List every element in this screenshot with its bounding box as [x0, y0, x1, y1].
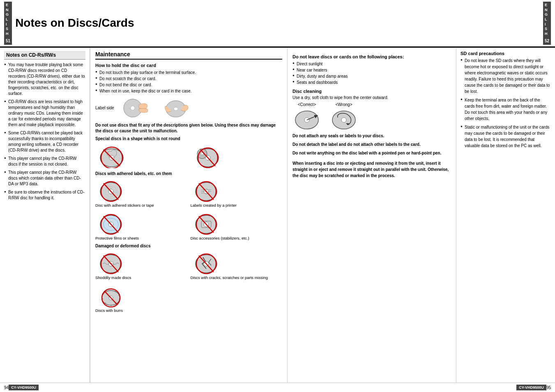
- list-item: This player cannot play the CD-R/RW disc…: [4, 170, 85, 187]
- disc-item-films: Protective films or sheets: [95, 211, 187, 241]
- svg-point-52: [341, 118, 346, 122]
- accessories-disc-icon: [191, 211, 223, 235]
- left-col-heading: Notes on CD-Rs/RWs: [4, 51, 85, 60]
- list-item: Be sure to observe the instructions of C…: [4, 189, 85, 201]
- cracks-disc-icon: [191, 251, 223, 274]
- special-discs-title: Special discs in a shape which is not ro…: [95, 136, 282, 141]
- no-detach-text: Do not detach the label and do not attac…: [292, 141, 451, 148]
- do-not-leave-list: Direct sunlight Near car heaters Dirty, …: [292, 61, 451, 85]
- list-item: Static or malfunctioning of the unit or …: [461, 124, 551, 149]
- disc-cleaning-text: Use a dry, soft cloth to wipe from the c…: [292, 95, 451, 100]
- no-write-text: Do not write anything on the disc label …: [292, 150, 451, 156]
- list-item: Near car heaters: [292, 67, 451, 73]
- list-item: Direct sunlight: [292, 61, 451, 67]
- page-wrapper: E N G L I S H 51 Notes on Discs/Cards E …: [0, 0, 555, 392]
- disc-cleaning-title: Disc cleaning: [292, 89, 451, 94]
- adhered-labels-title: Discs with adhered labels, etc. on them: [95, 171, 282, 176]
- printer-label-disc-icon: [191, 178, 223, 202]
- list-item: Keep the terminal area on the back of th…: [461, 97, 551, 122]
- disc-item-cracks: Discs with cracks, scratches or parts mi…: [191, 251, 283, 280]
- page-title: Notes on Discs/Cards: [15, 16, 540, 30]
- disc-item-stickers: Disc with adhered stickers or tape: [95, 178, 187, 208]
- burrs-disc-label: Discs with burrs: [95, 308, 123, 313]
- disc-item-accessories: Disc accessories (stabilizers, etc.): [191, 211, 283, 241]
- films-disc-label: Protective films or sheets: [95, 236, 139, 241]
- list-item: Seats and dashboards: [292, 79, 451, 85]
- shoddy-disc-label: Shoddily made discs: [95, 275, 131, 280]
- col-far-right: SD card precautions Do not leave the SD …: [456, 48, 555, 383]
- printer-label-disc-label: Labels created by a printer: [191, 203, 237, 208]
- col-middle: Maintenance How to hold the disc or card…: [90, 48, 288, 383]
- left-col-list: You may have trouble playing back some C…: [4, 62, 85, 201]
- list-item: Do not leave the SD cards where they wil…: [461, 58, 551, 95]
- correct-wrong-area: <Correct> <Wrong>: [292, 102, 451, 130]
- warning-text: Do not use discs that fit any of the des…: [95, 122, 282, 134]
- list-item: Do not scratch the disc or card.: [95, 76, 282, 82]
- disc-item-shoddy: Shoddily made discs: [95, 251, 187, 280]
- footer: 94 CY-VHD9500U CY-VHD9500U 95: [0, 383, 555, 392]
- disc-item-small-round: [191, 143, 283, 168]
- correct-disc-icon: [292, 108, 321, 130]
- damaged-title: Damaged or deformed discs: [95, 244, 282, 248]
- small-round-disc-icon: [191, 143, 223, 168]
- sd-bullet-list: Do not leave the SD cards where they wil…: [461, 58, 551, 149]
- correct-label: <Correct>: [298, 102, 316, 107]
- maintenance-heading: Maintenance: [95, 51, 282, 60]
- stickers-disc-label: Disc with adhered stickers or tape: [95, 203, 154, 208]
- svg-point-1: [131, 106, 135, 110]
- heart-disc-icon: [95, 143, 128, 168]
- shoddy-disc-icon: [95, 251, 128, 274]
- hand-illustration-2: [159, 97, 196, 119]
- how-to-hold-title: How to hold the disc or card: [95, 63, 282, 68]
- list-item: Do not bend the disc or card.: [95, 82, 282, 88]
- label-side-text: Label side: [95, 106, 114, 110]
- disc-item-printer-label: Labels created by a printer: [191, 178, 283, 208]
- films-disc-icon: [95, 211, 128, 235]
- list-item: When not in use, keep the disc or card i…: [95, 88, 282, 94]
- list-item: CD-R/RW discs are less resistant to high…: [4, 99, 85, 128]
- stickers-disc-icon: [95, 178, 128, 202]
- lang-tab-left: E N G L I S H 51: [4, 2, 12, 45]
- footer-model-left: CY-VHD9500U: [9, 385, 39, 390]
- list-item: Dirty, dusty and damp areas: [292, 73, 451, 79]
- wrong-item: <Wrong>: [329, 102, 358, 130]
- special-discs-grid: [95, 143, 282, 168]
- accessories-disc-label: Disc accessories (stabilizers, etc.): [191, 236, 249, 241]
- lang-tab-right: E N G L I S H 52: [543, 2, 551, 45]
- cracks-disc-label: Discs with cracks, scratches or parts mi…: [191, 275, 268, 280]
- wrong-label: <Wrong>: [336, 102, 352, 107]
- page-num-left: 94: [4, 385, 9, 390]
- wrong-disc-icon: [329, 108, 358, 130]
- correct-item: <Correct>: [292, 102, 321, 130]
- col-left: Notes on CD-Rs/RWs You may have trouble …: [0, 48, 90, 383]
- disc-item-burrs: Discs with burrs: [95, 284, 187, 313]
- main-content: Notes on CD-Rs/RWs You may have trouble …: [0, 48, 555, 383]
- svg-point-3: [174, 107, 178, 111]
- col-right: Do not leave discs or cards on the follo…: [288, 48, 456, 383]
- no-seals-text: Do not attach any seals or labels to you…: [292, 133, 451, 139]
- inserting-text: When inserting a disc into or ejecting a…: [292, 160, 451, 179]
- footer-model-right: CY-VHD9500U: [516, 385, 546, 390]
- adhered-discs-grid: Disc with adhered stickers or tape: [95, 178, 282, 241]
- list-item: Do not touch the play surface or the ter…: [95, 69, 282, 76]
- burrs-disc-icon: [95, 284, 128, 307]
- title-bar: E N G L I S H 51 Notes on Discs/Cards E …: [0, 0, 555, 48]
- label-side-area: Label side: [95, 97, 282, 119]
- label-side-illustration: [118, 97, 155, 119]
- damaged-discs-grid: Shoddily made discs Discs with cracks, s…: [95, 251, 282, 314]
- do-not-leave-title: Do not leave discs or cards on the follo…: [292, 54, 451, 59]
- list-item: This player cannot play the CD-R/RW disc…: [4, 156, 85, 167]
- how-to-hold-list: Do not touch the play surface or the ter…: [95, 69, 282, 94]
- list-item: Some CD-R/RWs cannot be played back succ…: [4, 130, 85, 153]
- sd-title: SD card precautions: [461, 51, 551, 56]
- page-num-right: 95: [546, 385, 551, 390]
- disc-item-heart: [95, 143, 187, 168]
- list-item: You may have trouble playing back some C…: [4, 62, 85, 97]
